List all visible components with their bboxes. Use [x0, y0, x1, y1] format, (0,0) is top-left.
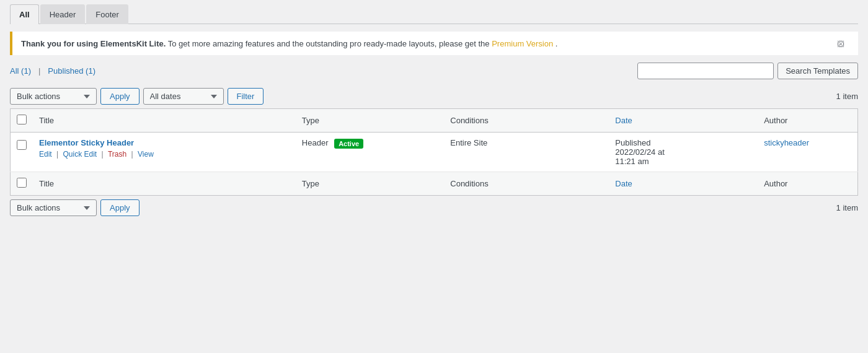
- bulk-top-left: Bulk actions Move to Trash Apply All dat…: [10, 88, 264, 105]
- th-footer-conditions: Conditions: [444, 172, 609, 196]
- th-type: Type: [296, 109, 444, 133]
- row-date-value: 2022/02/24 at: [615, 147, 665, 157]
- search-input[interactable]: [637, 63, 774, 79]
- th-footer-checkbox: [11, 172, 33, 196]
- notice-text-before-link: To get more amazing features and the out…: [168, 39, 492, 48]
- templates-table: Title Type Conditions Date Author: [10, 108, 858, 196]
- filter-all-link[interactable]: All (1): [10, 66, 31, 76]
- row-title-cell: Elementor Sticky Header Edit | Quick Edi…: [33, 133, 296, 172]
- row-type-label: Header: [302, 138, 329, 147]
- row-title-link[interactable]: Elementor Sticky Header: [39, 138, 134, 147]
- tabs-bar: All Header Footer: [10, 4, 858, 24]
- filter-button[interactable]: Filter: [228, 88, 264, 105]
- row-active-badge: Active: [334, 139, 363, 149]
- th-checkbox: [11, 109, 33, 133]
- filter-published-link[interactable]: Published (1): [48, 66, 95, 76]
- bulk-apply-bottom-button[interactable]: Apply: [100, 199, 140, 216]
- table-row: Elementor Sticky Header Edit | Quick Edi…: [11, 133, 858, 172]
- dates-filter-select[interactable]: All dates February 2022: [143, 88, 224, 105]
- row-date-cell: Published 2022/02/24 at 11:21 am: [609, 133, 758, 172]
- count-links: All (1) | Published (1): [10, 66, 95, 76]
- select-all-top-checkbox[interactable]: [17, 115, 27, 124]
- th-footer-title: Title: [33, 172, 296, 196]
- bulk-bottom-left: Bulk actions Move to Trash Apply: [10, 199, 140, 216]
- row-author-cell: stickyheader: [758, 133, 857, 172]
- row-checkbox-cell: [11, 133, 33, 172]
- notice-text: Thank you for using ElementsKit Lite. To…: [21, 39, 557, 48]
- item-count-top: 1 item: [836, 92, 858, 101]
- notice-close-button[interactable]: ⦻: [833, 38, 849, 49]
- search-area: Search Templates: [637, 63, 858, 79]
- top-filters-row: All (1) | Published (1) Search Templates: [10, 63, 858, 79]
- th-title: Title: [33, 109, 296, 133]
- th-footer-author: Author: [758, 172, 857, 196]
- row-actions: Edit | Quick Edit | Trash | View: [39, 150, 290, 159]
- select-all-bottom-checkbox[interactable]: [17, 178, 27, 188]
- row-conditions-value: Entire Site: [450, 138, 487, 147]
- bulk-apply-top-button[interactable]: Apply: [100, 88, 140, 105]
- notice-premium-link[interactable]: Premium Version: [492, 39, 553, 48]
- bulk-actions-top-select[interactable]: Bulk actions Move to Trash: [10, 88, 97, 105]
- row-date-time: 11:21 am: [615, 157, 649, 166]
- tab-header[interactable]: Header: [40, 4, 86, 24]
- notice-text-after-link: .: [556, 39, 558, 48]
- th-conditions: Conditions: [444, 109, 609, 133]
- edit-link[interactable]: Edit: [39, 150, 52, 159]
- tab-footer[interactable]: Footer: [86, 4, 128, 24]
- th-footer-type: Type: [296, 172, 444, 196]
- th-date[interactable]: Date: [609, 109, 758, 133]
- th-author: Author: [758, 109, 857, 133]
- trash-link[interactable]: Trash: [108, 150, 126, 159]
- tab-all[interactable]: All: [10, 4, 39, 24]
- bulk-actions-bottom-select[interactable]: Bulk actions Move to Trash: [10, 199, 97, 216]
- bulk-bottom-row: Bulk actions Move to Trash Apply 1 item: [10, 196, 858, 220]
- author-link[interactable]: stickyheader: [764, 138, 809, 147]
- th-footer-date[interactable]: Date: [609, 172, 758, 196]
- item-count-bottom: 1 item: [836, 203, 858, 212]
- row-date-status: Published: [615, 138, 650, 147]
- notice-bold: Thank you for using ElementsKit Lite.: [21, 39, 166, 48]
- table-footer-row: Title Type Conditions Date Author: [11, 172, 858, 196]
- row-checkbox[interactable]: [17, 140, 27, 150]
- table-header-row: Title Type Conditions Date Author: [11, 109, 858, 133]
- row-conditions-cell: Entire Site: [444, 133, 609, 172]
- notice-bar: Thank you for using ElementsKit Lite. To…: [10, 32, 858, 55]
- bulk-top-row: Bulk actions Move to Trash Apply All dat…: [10, 84, 858, 108]
- quick-edit-link[interactable]: Quick Edit: [63, 150, 97, 159]
- row-type-cell: Header Active: [296, 133, 444, 172]
- search-templates-button[interactable]: Search Templates: [777, 63, 858, 79]
- view-link[interactable]: View: [138, 150, 154, 159]
- count-separator: |: [38, 66, 40, 76]
